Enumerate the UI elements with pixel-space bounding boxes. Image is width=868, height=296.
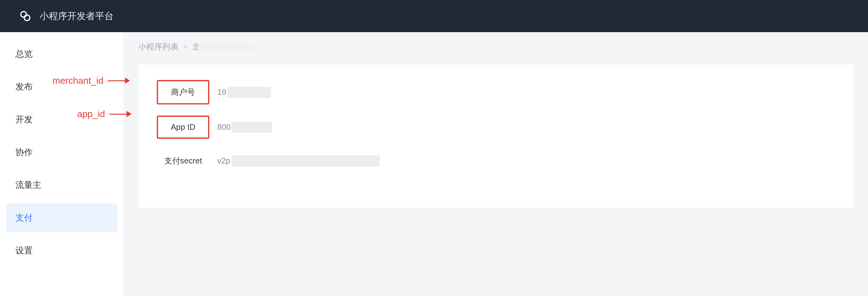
redacted-text <box>232 122 272 133</box>
breadcrumb-current: 北 <box>192 41 254 52</box>
breadcrumb: 小程序列表 > 北 <box>138 41 853 52</box>
redacted-text <box>227 87 271 98</box>
app-id-label: App ID <box>157 116 209 139</box>
secret-value: v2p <box>214 150 538 172</box>
sidebar-item-label: 开发 <box>16 115 33 124</box>
sidebar-item-traffic[interactable]: 流量主 <box>6 171 117 200</box>
sidebar-item-label: 发布 <box>16 82 33 91</box>
svg-point-0 <box>21 11 26 17</box>
sidebar: 总览 发布 开发 协作 流量主 支付 设置 <box>0 32 123 296</box>
form-row-appid: App ID 800 <box>157 116 835 139</box>
svg-point-1 <box>24 15 30 20</box>
header-bar: 小程序开发者平台 <box>0 0 868 32</box>
sidebar-item-collaborate[interactable]: 协作 <box>6 138 117 167</box>
sidebar-item-settings[interactable]: 设置 <box>6 236 117 265</box>
form-row-secret: 支付secret v2p <box>157 150 835 172</box>
sidebar-item-label: 流量主 <box>16 180 41 190</box>
sidebar-item-label: 协作 <box>16 147 33 157</box>
redacted-text <box>198 43 254 51</box>
sidebar-item-label: 设置 <box>16 246 33 255</box>
sidebar-item-label: 支付 <box>16 213 33 223</box>
sidebar-item-develop[interactable]: 开发 <box>6 105 117 134</box>
sidebar-item-label: 总览 <box>16 49 33 59</box>
merchant-id-label: 商户号 <box>157 80 209 105</box>
chevron-right-icon: > <box>183 43 187 51</box>
breadcrumb-root[interactable]: 小程序列表 <box>138 41 178 52</box>
form-row-merchant: 商户号 19 <box>157 80 835 105</box>
main-content: 小程序列表 > 北 商户号 19 App ID 800 支付secret <box>123 32 868 296</box>
logo-icon <box>19 9 32 23</box>
payment-panel: 商户号 19 App ID 800 支付secret v2p <box>138 65 853 208</box>
sidebar-item-overview[interactable]: 总览 <box>6 39 117 68</box>
merchant-id-value: 19 <box>214 82 538 103</box>
header-title: 小程序开发者平台 <box>39 10 114 23</box>
redacted-text <box>231 155 380 167</box>
secret-label: 支付secret <box>157 150 209 172</box>
app-id-value: 800 <box>214 117 538 138</box>
sidebar-item-payment[interactable]: 支付 <box>6 203 117 232</box>
sidebar-item-publish[interactable]: 发布 <box>6 72 117 101</box>
